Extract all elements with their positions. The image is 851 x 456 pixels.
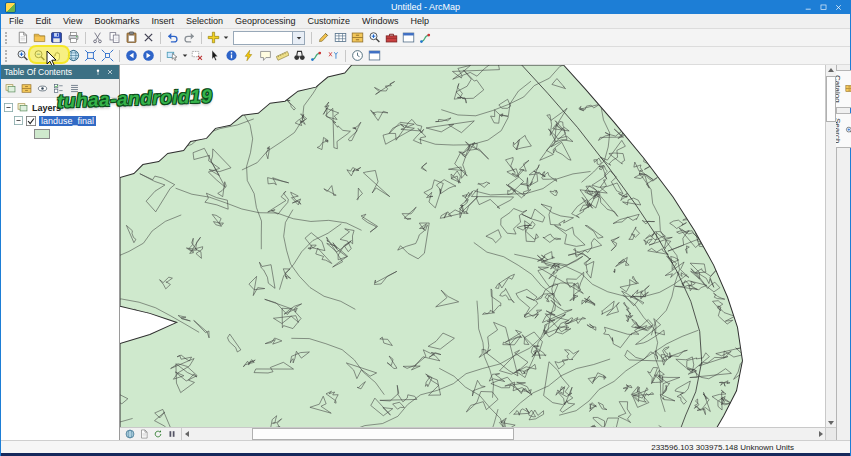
list-by-source-icon [21,83,32,94]
layers-group-row[interactable]: Layers [4,101,119,114]
map-horizontal-scrollbar[interactable] [182,428,826,440]
create-viewer-window-icon [368,49,381,62]
table-of-contents-button[interactable] [332,30,349,45]
menu-edit[interactable]: Edit [34,16,54,26]
map-canvas[interactable] [120,65,826,428]
layout-view-button[interactable] [137,429,150,440]
add-data-button[interactable] [205,30,222,45]
list-by-visibility-button[interactable] [35,81,50,95]
zoom-out-button[interactable] [31,48,48,63]
new-map-button[interactable] [14,30,31,45]
clear-selected-features-button[interactable] [189,48,206,63]
full-extent-button[interactable] [65,48,82,63]
horizontal-scroll-thumb[interactable] [252,428,514,440]
hyperlink-icon [242,49,255,62]
measure-button[interactable] [274,48,291,63]
list-by-drawing-order-button[interactable] [3,81,18,95]
identify-button[interactable] [223,48,240,63]
toc-close-button[interactable] [104,66,116,78]
layer-visibility-checkbox[interactable] [26,116,36,126]
fixed-zoom-in-button[interactable] [82,48,99,63]
list-by-source-button[interactable] [19,81,34,95]
html-popup-button[interactable] [257,48,274,63]
open-button[interactable] [31,30,48,45]
add-data-icon [207,31,220,44]
menu-bookmarks[interactable]: Bookmarks [92,16,141,26]
editor-toolbar-button[interactable] [315,30,332,45]
cut-button[interactable] [89,30,106,45]
menu-view[interactable]: View [61,16,84,26]
map-scale-combo[interactable] [233,31,305,45]
select-elements-icon [208,49,221,62]
menu-insert[interactable]: Insert [149,16,176,26]
select-features-button[interactable] [164,48,181,63]
title-bar[interactable]: Untitled - ArcMap [1,0,850,14]
refresh-view-button[interactable] [151,429,164,440]
map-vertical-scrollbar[interactable] [825,65,836,428]
map-scale-dropdown[interactable] [292,32,304,44]
save-icon [50,31,63,44]
menu-file[interactable]: File [7,16,26,26]
collapse-icon[interactable] [4,103,13,112]
arctoolbox-button[interactable] [383,30,400,45]
find-route-button[interactable] [308,48,325,63]
search-window-button[interactable] [366,30,383,45]
fixed-zoom-out-icon [101,49,114,62]
toolbar-grip[interactable] [5,32,10,44]
toolbar-separator [160,50,161,62]
go-to-xy-button[interactable] [325,48,342,63]
time-slider-button[interactable] [349,48,366,63]
pause-drawing-icon [167,429,177,439]
copy-button[interactable] [106,30,123,45]
zoom-in-button[interactable] [14,48,31,63]
select-features-dropdown-button[interactable] [181,48,189,63]
layer-row-landuse-final[interactable]: landuse_final [4,114,119,127]
list-by-drawing-order-icon [5,83,16,94]
toolbar-grip[interactable] [5,50,10,62]
vertical-scroll-thumb[interactable] [826,76,836,122]
paste-button[interactable] [123,30,140,45]
arctoolbox-icon [385,31,398,44]
scroll-up-button[interactable] [826,65,835,75]
arcmap-window: Untitled - ArcMap File Edit View Bookmar… [0,0,851,456]
window-title: Untitled - ArcMap [391,2,460,12]
pan-button[interactable] [48,48,65,63]
catalog-window-button[interactable] [349,30,366,45]
toc-auto-hide-button[interactable] [92,66,104,78]
add-data-dropdown-button[interactable] [222,30,230,45]
close-button[interactable] [831,1,846,13]
data-view-button[interactable] [123,429,136,440]
collapse-icon[interactable] [14,116,23,125]
list-by-selection-button[interactable] [51,81,66,95]
menu-windows[interactable]: Windows [360,16,401,26]
save-button[interactable] [48,30,65,45]
menu-geoprocessing[interactable]: Geoprocessing [233,16,298,26]
delete-button[interactable] [140,30,157,45]
scroll-left-button[interactable] [182,428,192,439]
catalog-window-icon [351,31,364,44]
hyperlink-button[interactable] [240,48,257,63]
select-elements-button[interactable] [206,48,223,63]
toc-header[interactable]: Table Of Contents [1,65,119,79]
minimize-icon [804,3,813,12]
find-button[interactable] [291,48,308,63]
python-window-button[interactable] [400,30,417,45]
search-icon [845,126,851,135]
go-forward-extent-button[interactable] [140,48,157,63]
menu-customize[interactable]: Customize [306,16,353,26]
toc-options-button[interactable] [67,81,82,95]
undo-button[interactable] [164,30,181,45]
maximize-button[interactable] [816,1,831,13]
menu-help[interactable]: Help [409,16,432,26]
pause-drawing-button[interactable] [165,429,178,440]
menu-selection[interactable]: Selection [184,16,225,26]
model-builder-button[interactable] [417,30,434,45]
go-back-extent-button[interactable] [123,48,140,63]
toolbar-separator [311,32,312,44]
fixed-zoom-out-button[interactable] [99,48,116,63]
minimize-button[interactable] [801,1,816,13]
layer-symbol-row[interactable] [4,127,119,140]
redo-button[interactable] [181,30,198,45]
create-viewer-window-button[interactable] [366,48,383,63]
print-button[interactable] [65,30,82,45]
